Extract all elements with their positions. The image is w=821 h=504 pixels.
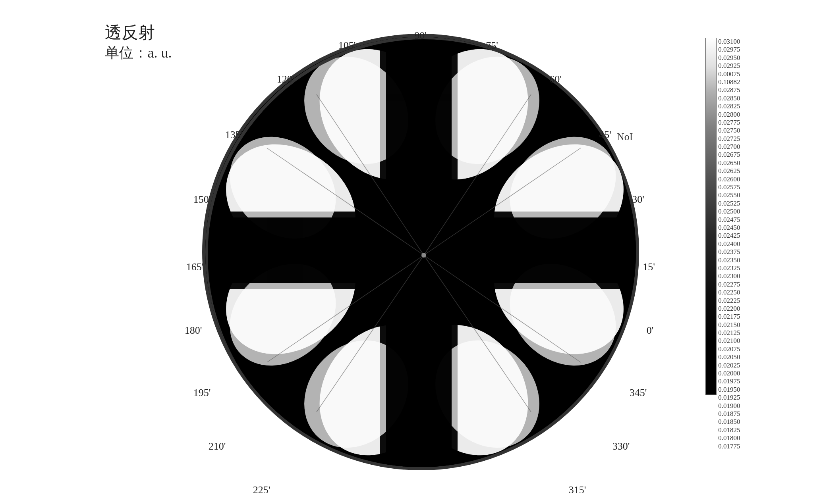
cb-tick-1: 0.02975 — [718, 46, 740, 54]
label-30: 30' — [632, 194, 644, 206]
label-345: 345' — [630, 387, 647, 399]
cb-tick-14: 0.02675 — [718, 151, 740, 159]
label-120: 120' — [277, 73, 294, 85]
cb-tick-46: 0.01875 — [718, 410, 740, 418]
noi-label: NoI — [617, 131, 633, 143]
label-105: 105' — [338, 40, 356, 52]
label-180: 180' — [185, 325, 202, 337]
cb-tick-42: 0.01975 — [718, 377, 740, 385]
cb-tick-15: 0.02650 — [718, 159, 740, 167]
label-165: 165' — [186, 261, 204, 273]
label-330: 330' — [612, 441, 630, 452]
cb-tick-43: 0.01950 — [718, 386, 740, 394]
polar-svg — [205, 37, 639, 470]
label-0: 0' — [647, 325, 654, 337]
label-210: 210' — [209, 441, 226, 452]
cb-tick-9: 0.02800 — [718, 111, 740, 119]
cb-tick-7: 0.02850 — [718, 94, 740, 102]
cb-tick-26: 0.02375 — [718, 248, 740, 256]
label-195: 195' — [193, 387, 211, 399]
cb-tick-35: 0.02150 — [718, 321, 740, 329]
cb-tick-36: 0.02125 — [718, 329, 740, 337]
cb-tick-38: 0.02075 — [718, 345, 740, 353]
cb-tick-17: 0.02600 — [718, 175, 740, 183]
label-135: 135' — [225, 129, 243, 141]
cb-tick-27: 0.02350 — [718, 256, 740, 264]
cb-tick-5: 0.10882 — [718, 78, 740, 86]
colorbar-gradient — [705, 38, 717, 395]
title-line2: 单位：a. u. — [105, 44, 172, 62]
svg-rect-19 — [386, 37, 452, 470]
cb-tick-41: 0.02000 — [718, 369, 740, 377]
label-45: 45' — [599, 129, 611, 141]
cb-tick-50: 0.01775 — [718, 442, 740, 450]
cb-tick-40: 0.02025 — [718, 362, 740, 369]
cb-tick-2: 0.02950 — [718, 54, 740, 62]
cb-tick-20: 0.02525 — [718, 200, 740, 208]
cb-tick-44: 0.01925 — [718, 394, 740, 402]
chart-area: 透反射 单位：a. u. — [73, 14, 748, 490]
label-15: 15' — [643, 261, 655, 273]
cb-tick-18: 0.02575 — [718, 183, 740, 191]
cb-tick-48: 0.01825 — [718, 426, 740, 434]
cb-tick-47: 0.01850 — [718, 418, 740, 426]
svg-point-29 — [421, 253, 426, 258]
cb-tick-0: 0.03100 — [718, 38, 740, 46]
cb-tick-33: 0.02200 — [718, 305, 740, 313]
title-line1: 透反射 — [105, 22, 172, 44]
cb-tick-49: 0.01800 — [718, 434, 740, 442]
cb-tick-28: 0.02325 — [718, 264, 740, 272]
label-75: 75' — [486, 40, 498, 52]
cb-tick-31: 0.02250 — [718, 289, 740, 296]
cb-tick-13: 0.02700 — [718, 143, 740, 151]
cb-tick-19: 0.02550 — [718, 191, 740, 199]
cb-tick-4: 0.00075 — [718, 70, 740, 78]
colorbar-labels: 0.03100 0.02975 0.02950 0.02925 0.00075 … — [718, 38, 740, 395]
cb-tick-3: 0.02925 — [718, 62, 740, 70]
cb-tick-12: 0.02725 — [718, 135, 740, 143]
label-90: 90' — [414, 30, 427, 42]
main-container: 透反射 单位：a. u. — [0, 0, 821, 504]
cb-tick-25: 0.02400 — [718, 240, 740, 248]
label-60: 60' — [549, 73, 562, 85]
label-150: 150' — [193, 194, 211, 206]
cb-tick-11: 0.02750 — [718, 127, 740, 135]
cb-tick-6: 0.02875 — [718, 86, 740, 94]
cb-tick-39: 0.02050 — [718, 353, 740, 361]
cb-tick-45: 0.01900 — [718, 402, 740, 410]
cb-tick-22: 0.02475 — [718, 216, 740, 224]
cb-tick-30: 0.02275 — [718, 281, 740, 289]
label-315: 315' — [569, 484, 586, 496]
title-area: 透反射 单位：a. u. — [105, 22, 172, 62]
label-225: 225' — [253, 484, 270, 496]
polar-outer — [202, 34, 639, 470]
cb-tick-34: 0.02175 — [718, 313, 740, 321]
cb-tick-32: 0.02225 — [718, 297, 740, 305]
cb-tick-10: 0.02775 — [718, 119, 740, 127]
cb-tick-8: 0.02825 — [718, 102, 740, 110]
cb-tick-21: 0.02500 — [718, 208, 740, 215]
cb-tick-37: 0.02100 — [718, 337, 740, 345]
cb-tick-16: 0.02625 — [718, 167, 740, 175]
colorbar-container: 0.03100 0.02975 0.02950 0.02925 0.00075 … — [705, 38, 740, 395]
cb-tick-29: 0.02300 — [718, 272, 740, 280]
cb-tick-23: 0.02450 — [718, 224, 740, 232]
cb-tick-24: 0.02425 — [718, 232, 740, 240]
polar-container: 90' 75' 105' 60' 120' 45' 135' 30' 150' … — [202, 34, 639, 470]
